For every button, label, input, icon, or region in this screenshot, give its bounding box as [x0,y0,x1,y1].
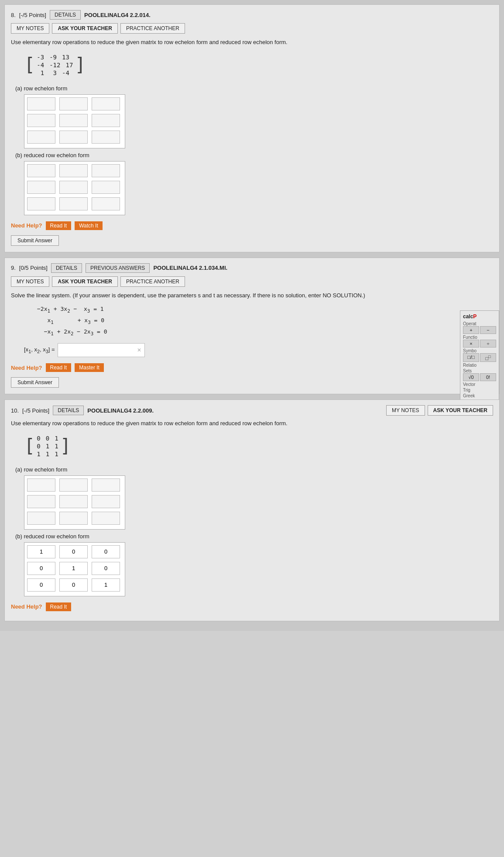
q9-eq1: −2x1 + 3x2 − x3 = 1 [37,304,493,315]
q10-matrix-row-1: 0 0 1 [37,435,58,442]
q8-part-a-grid [24,94,125,148]
q9-equations: −2x1 + 3x2 − x3 = 1 x1 + x3 = 0 −x1 + 2x… [37,304,493,338]
q10-b-r2c3[interactable] [92,562,120,575]
q8-practice-another-button[interactable]: PRACTICE ANOTHER [120,23,185,34]
q9-practice-another-button[interactable]: PRACTICE ANOTHER [120,276,185,287]
calc-factorial-button[interactable]: 0! [480,373,496,381]
calc-grid-1: + − [463,326,496,334]
q8-matrix: [ -3 -9 13 -4 -12 17 1 3 - [24,54,86,76]
calc-divide-button[interactable]: ÷ [480,340,496,348]
q10-b-r3c1[interactable] [27,578,55,592]
q10-a-r2c1[interactable] [27,495,55,508]
calc-title: calcP [463,313,496,320]
q10-b-r3c3[interactable] [92,578,120,592]
q10-matrix-row-2: 0 1 1 [37,443,58,450]
q10-my-notes-button[interactable]: MY NOTES [386,405,425,416]
q9-submit-button[interactable]: Submit Answer [11,377,59,388]
calc-minus-button[interactable]: − [480,326,496,334]
q10-a-r3c1[interactable] [27,512,55,525]
q8-matrix-row-3: 1 3 -4 [37,69,73,76]
q9-eq2: x1 + x3 = 0 [37,315,493,327]
q10-header-left: 10. [-/5 Points] DETAILS POOLELINALG4 2.… [11,406,154,415]
q10-a-r1c1[interactable] [27,478,55,492]
q10-number: 10. [11,407,19,414]
calc-sqrt-button[interactable]: √0 [463,373,479,381]
q8-instruction: Use elementary row operations to reduce … [11,38,493,47]
q8-my-notes-button[interactable]: MY NOTES [11,23,49,34]
q10-a-r1c2[interactable] [59,478,88,492]
q8-b-r1c3[interactable] [92,164,120,177]
calc-symbols-label: Symbo [463,348,496,353]
q10-a-r3c3[interactable] [92,512,120,525]
q9-master-it-button[interactable]: Master It [75,363,104,372]
calc-sets-label: Sets [463,368,496,373]
q10-b-r1c1[interactable] [27,545,55,558]
q8-a-r3c3[interactable] [92,131,120,144]
q10-b-r1c2[interactable] [59,545,88,558]
q8-need-help: Need Help? Read It Watch It [11,221,493,230]
calc-frac-button[interactable]: □/□ [463,353,479,362]
q8-watch-it-button[interactable]: Watch It [75,221,103,230]
q10-need-help: Need Help? Read It [11,602,493,611]
q8-submit-button[interactable]: Submit Answer [11,235,59,246]
q8-b-r2c2[interactable] [59,181,88,194]
q8-ask-teacher-button[interactable]: ASK YOUR TEACHER [52,23,117,34]
q8-b-r1c1[interactable] [27,164,55,177]
q8-a-r3c1[interactable] [27,131,55,144]
q8-a-r2c3[interactable] [92,114,120,127]
q8-b-r2c1[interactable] [27,181,55,194]
q8-b-r3c2[interactable] [59,197,88,210]
q8-a-r1c1[interactable] [27,97,55,110]
q9-prev-answers-button[interactable]: PREVIOUS ANSWERS [86,263,150,273]
q9-my-notes-button[interactable]: MY NOTES [11,276,49,287]
calc-plus-button[interactable]: + [463,326,479,334]
q8-read-it-button[interactable]: Read It [46,221,72,230]
q9-header: 9. [0/5 Points] DETAILS PREVIOUS ANSWERS… [11,263,493,273]
q9-details-button[interactable]: DETAILS [51,263,82,273]
q10-a-r3c2[interactable] [59,512,88,525]
q10-b-r2c2[interactable] [59,562,88,575]
question-8: 8. [-/5 Points] DETAILS POOLELINALG4 2.2… [4,4,500,252]
q10-b-r2c1[interactable] [27,562,55,575]
calc-grid-4: √0 0! [463,373,496,381]
q9-solution-input[interactable] [58,343,145,357]
calc-panel: calcP Operat + − Functio × ÷ Symbo □/□ □… [460,310,499,408]
q10-details-button[interactable]: DETAILS [53,406,84,415]
calc-power-button[interactable]: □□ [480,353,496,362]
calc-times-button[interactable]: × [463,340,479,348]
q10-a-r2c2[interactable] [59,495,88,508]
q10-ask-teacher-button[interactable]: ASK YOUR TEACHER [428,405,493,416]
q9-need-help: Need Help? Read It Master It [11,363,493,372]
q9-eq3: −x1 + 2x2 − 2x3 = 0 [37,327,493,338]
q8-bracket-right: ] [75,56,86,74]
q9-instruction: Solve the linear system. (If your answer… [11,291,493,300]
q10-bracket-left: [ [24,437,35,455]
q8-b-r2c3[interactable] [92,181,120,194]
q8-points: [-/5 Points] [19,12,46,18]
q8-b-r3c3[interactable] [92,197,120,210]
q9-solution-label: [x1, x2, x3] = [24,346,55,354]
q8-b-r1c2[interactable] [59,164,88,177]
q8-a-r1c2[interactable] [59,97,88,110]
q10-a-r2c3[interactable] [92,495,120,508]
q9-read-it-button[interactable]: Read It [46,363,72,372]
calc-grid-3: □/□ □□ [463,353,496,362]
q10-b-r1c3[interactable] [92,545,120,558]
question-9: 9. [0/5 Points] DETAILS PREVIOUS ANSWERS… [4,258,500,395]
q9-ask-teacher-button[interactable]: ASK YOUR TEACHER [52,276,117,287]
q8-problem-id: POOLELINALG4 2.2.014. [84,12,151,18]
q10-b-r3c2[interactable] [59,578,88,592]
q8-b-r3c1[interactable] [27,197,55,210]
q10-matrix: [ 0 0 1 0 1 1 1 1 1 [24,435,71,458]
q8-details-button[interactable]: DETAILS [50,10,81,20]
q8-a-r3c2[interactable] [59,131,88,144]
q10-part-a-grid [24,475,125,530]
q8-matrix-row-1: -3 -9 13 [37,54,73,61]
q10-read-it-button[interactable]: Read It [46,602,72,611]
q9-solution-row: [x1, x2, x3] = ✕ [24,343,493,357]
q8-a-r2c2[interactable] [59,114,88,127]
q8-a-r2c1[interactable] [27,114,55,127]
q10-a-r1c3[interactable] [92,478,120,492]
q8-a-r1c3[interactable] [92,97,120,110]
q10-need-help-text: Need Help? [11,603,42,610]
